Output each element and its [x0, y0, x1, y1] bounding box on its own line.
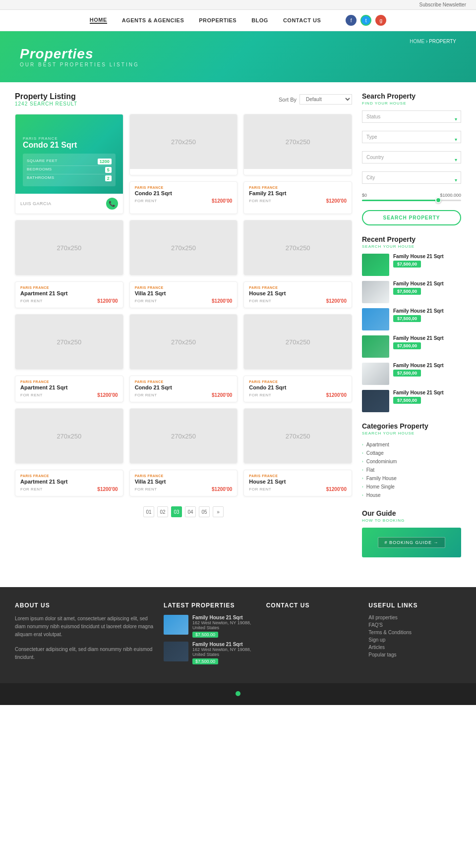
recent-name-2: Family House 21 Sqrt — [393, 308, 461, 314]
breadcrumb-home[interactable]: HOME — [410, 39, 424, 44]
featured-footer: LUIS GARCIA 📞 — [15, 194, 123, 214]
footer-prop-1[interactable]: Family House 21 Sqrt 162 West Newton, NY… — [164, 642, 256, 664]
placeholder-card-1: 270x250 — [129, 114, 238, 175]
recent-img-3 — [362, 335, 389, 358]
page-02[interactable]: 02 — [157, 506, 168, 517]
recent-item-0[interactable]: Family House 21 Sqrt $7,500,00 — [362, 254, 461, 276]
footer-link-1[interactable]: FAQ'S — [368, 622, 461, 628]
footer-about-text1: Lorem ipsum dolor sit amet, consectetuer… — [15, 615, 154, 639]
card-status: FOR RENT — [135, 299, 157, 303]
footer-link-3[interactable]: Sign up — [368, 637, 461, 643]
nav-blog[interactable]: BLOG — [251, 17, 268, 23]
footer-prop-addr-0: 162 West Newton, NY 19088, United States — [192, 620, 256, 630]
footer-prop-name-1: Family House 21 Sqrt — [192, 642, 256, 647]
placeholder-img-1: 270x250 — [130, 114, 238, 169]
card-location: PARIS FRANCE — [249, 186, 347, 189]
recent-item-2[interactable]: Family House 21 Sqrt $7,500,00 — [362, 308, 461, 330]
card-status: FOR RENT — [249, 487, 271, 491]
price-min-label: $0 — [362, 193, 367, 198]
footer-link-4[interactable]: Articles — [368, 645, 461, 650]
card-name: Condo 21 Sqrt — [135, 384, 233, 390]
recent-property-subtitle: SEARCH YOUR HOUSE — [362, 244, 461, 249]
placeholder-img-4: 270x250 — [130, 220, 238, 275]
facebook-icon[interactable]: f — [346, 15, 357, 26]
recent-name-4: Family House 21 Sqrt — [393, 363, 461, 368]
page-01[interactable]: 01 — [143, 506, 154, 517]
type-select[interactable]: Type Apartment House — [362, 131, 461, 143]
country-select[interactable]: Country France USA — [362, 151, 461, 163]
country-select-wrapper: Country France USA — [362, 151, 461, 167]
sort-select[interactable]: Default Price Low-High Price High-Low — [299, 94, 352, 105]
city-select[interactable]: City Paris New York — [362, 171, 461, 184]
category-home-single[interactable]: › Home Single — [362, 483, 461, 491]
nav-agents[interactable]: AGENTS & AGENCIES — [122, 17, 184, 23]
categories-title: Categories Property — [362, 422, 461, 430]
twitter-icon[interactable]: t — [360, 15, 371, 26]
category-apartment[interactable]: › Apartment — [362, 440, 461, 449]
footer-dot — [236, 691, 240, 696]
card-footer: FOR RENT $1200'00 — [20, 487, 118, 492]
content-area: Property Listing 1242 SEARCH RESULT Sort… — [15, 92, 352, 567]
card-name: Apartment 21 Sqrt — [20, 479, 118, 485]
placeholder-card-10: 270x250 — [129, 408, 238, 464]
nav-contact[interactable]: CONTACT US — [283, 17, 321, 23]
recent-item-3[interactable]: Family House 21 Sqrt $7,500,00 — [362, 335, 461, 358]
card-status: FOR RENT — [249, 299, 271, 303]
recent-name-5: Family House 21 Sqrt — [393, 390, 461, 395]
footer-prop-info-0: Family House 21 Sqrt 162 West Newton, NY… — [192, 615, 256, 638]
categories-section: Categories Property SEARCH YOUR HOUSE › … — [362, 422, 461, 499]
recent-info-2: Family House 21 Sqrt $7,500,00 — [393, 308, 461, 322]
phone-button[interactable]: 📞 — [106, 198, 118, 210]
card-footer: FOR RENT $1200'00 — [249, 487, 347, 492]
recent-item-1[interactable]: Family House 21 Sqrt $7,500,00 — [362, 281, 461, 303]
card-footer: FOR RENT $1200'00 — [135, 487, 233, 492]
footer-prop-0[interactable]: Family House 21 Sqrt 162 West Newton, NY… — [164, 615, 256, 638]
breadcrumb: HOME › PROPERTY — [410, 39, 456, 44]
recent-item-5[interactable]: Family House 21 Sqrt $7,500,00 — [362, 390, 461, 412]
range-labels: $0 $1000.000 — [362, 193, 461, 198]
category-cottage[interactable]: › Cottage — [362, 449, 461, 457]
footer-prop-img-0 — [164, 615, 188, 635]
footer-prop-price-1: $7,500.00 — [192, 658, 218, 664]
bed-label: BEDROOMS — [27, 167, 52, 173]
status-select[interactable]: Status For Rent For Sale — [362, 110, 461, 123]
search-property-subtitle: FIND YOUR HOUSE — [362, 101, 461, 106]
search-property-button[interactable]: SEARCH PROPERTY — [362, 210, 461, 225]
page-05[interactable]: 05 — [199, 506, 210, 517]
card-footer: FOR RENT $1200'00 — [249, 198, 347, 204]
category-family-house[interactable]: › Family House — [362, 474, 461, 483]
page-04[interactable]: 04 — [185, 506, 196, 517]
card-footer: FOR RENT $1200'00 — [135, 198, 233, 204]
placeholder-card-6: 270x250 — [15, 314, 123, 370]
category-flat[interactable]: › Flat — [362, 466, 461, 474]
footer-link-2[interactable]: Terms & Conditions — [368, 630, 461, 635]
page-next[interactable]: » — [213, 506, 224, 517]
recent-price-2: $7,500,00 — [393, 315, 421, 322]
card-price: $1200'00 — [212, 198, 232, 204]
category-house[interactable]: › House — [362, 491, 461, 499]
placeholder-img-11: 270x250 — [244, 409, 352, 463]
our-guide-title: Our Guide — [362, 509, 461, 517]
page-03-active[interactable]: 03 — [171, 506, 182, 517]
bed-val: 5 — [105, 167, 112, 173]
property-card-r1-0: PARIS FRANCE Condo 21 Sqrt FOR RENT $120… — [129, 181, 238, 214]
nav-home[interactable]: HOME — [90, 17, 107, 24]
recent-item-4[interactable]: Family House 21 Sqrt $7,500,00 — [362, 363, 461, 385]
footer-about: ABOUT US Lorem ipsum dolor sit amet, con… — [15, 602, 154, 668]
category-label: House — [366, 492, 381, 498]
property-card-r1-1: PARIS FRANCE Family 21 Sqrt FOR RENT $12… — [243, 181, 352, 214]
footer-about-text2: Consectetuer adipiscing elit, sed diam n… — [15, 646, 154, 661]
footer-link-5[interactable]: Popular tags — [368, 652, 461, 657]
card-body: PARIS FRANCE House 21 Sqrt FOR RENT $120… — [244, 282, 352, 308]
nav-properties[interactable]: PROPERTIES — [199, 17, 237, 23]
footer-link-0[interactable]: All properties — [368, 615, 461, 620]
category-condominium[interactable]: › Condominium — [362, 457, 461, 466]
booking-button[interactable]: # BOOKING GUIDE → — [378, 537, 445, 548]
card-body: PARIS FRANCE House 21 Sqrt FOR RENT $120… — [244, 470, 352, 496]
bath-label: BATHROOMS — [27, 175, 54, 181]
card-footer: FOR RENT $1200'00 — [249, 298, 347, 304]
sqft-label: SQUARE FEET — [27, 159, 58, 164]
googleplus-icon[interactable]: g — [375, 15, 386, 26]
recent-name-1: Family House 21 Sqrt — [393, 281, 461, 286]
range-thumb[interactable] — [435, 197, 441, 203]
